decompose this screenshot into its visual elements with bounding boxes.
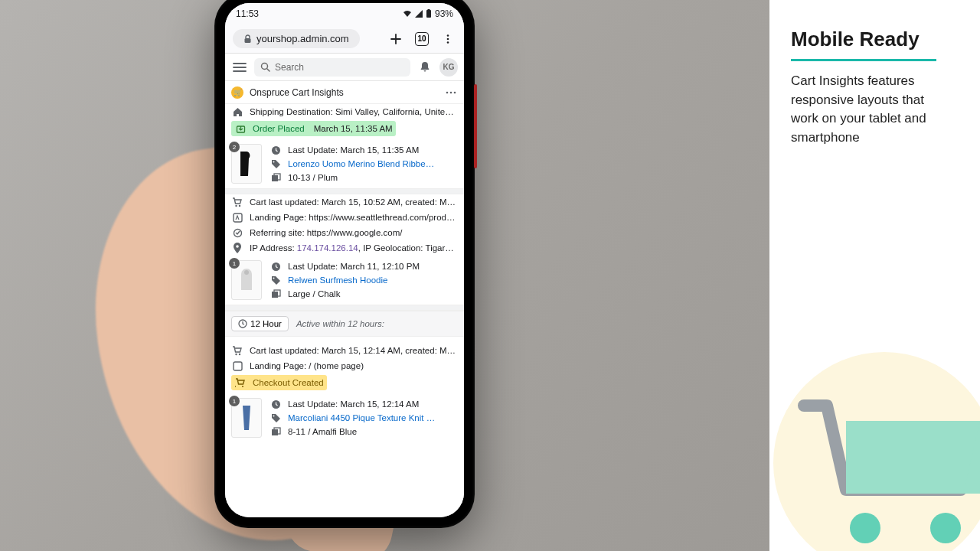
shipping-row: Shipping Destination: Simi Valley, Calif… — [225, 104, 464, 119]
svg-point-36 — [850, 513, 880, 543]
product-link[interactable]: Relwen Surfmesh Hoodie — [288, 276, 458, 285]
cart-icon — [231, 344, 243, 357]
more-vert-icon — [443, 34, 453, 44]
svg-point-19 — [236, 245, 239, 248]
product-row: 1 Last Update: March 11, 12:10 PM Relwen… — [225, 256, 464, 305]
battery-percent: 93% — [435, 8, 453, 19]
hamburger-icon — [233, 62, 247, 73]
quantity-badge: 1 — [229, 258, 240, 269]
product-thumbnail[interactable]: 1 — [231, 398, 262, 438]
order-placed-icon — [234, 122, 247, 135]
accent-underline — [791, 59, 936, 61]
svg-point-22 — [273, 277, 274, 279]
marketing-panel: Mobile Ready Cart Insights features resp… — [769, 0, 980, 551]
browser-menu-button[interactable] — [439, 31, 456, 47]
referrer-icon — [231, 227, 243, 239]
quantity-badge: 1 — [229, 396, 240, 406]
svg-point-3 — [447, 34, 449, 37]
cart-illustration — [773, 352, 980, 551]
battery-icon — [426, 9, 432, 18]
tag-icon — [270, 412, 282, 424]
product-thumbnail[interactable]: 2 — [231, 144, 262, 184]
url-text: yourshop.admin.com — [256, 33, 349, 44]
checkout-created-badge: Checkout Created — [231, 375, 327, 390]
svg-point-8 — [450, 91, 452, 93]
cart-icon — [231, 196, 243, 208]
tag-icon — [270, 274, 282, 286]
svg-rect-23 — [272, 292, 278, 298]
more-horiz-icon — [446, 91, 456, 94]
product-link[interactable]: Lorenzo Uomo Merino Blend Ribbe… — [288, 159, 458, 168]
search-input[interactable]: Search — [254, 58, 410, 77]
address-bar[interactable]: yourshop.admin.com — [233, 29, 360, 48]
user-avatar[interactable]: KG — [439, 58, 458, 77]
search-placeholder: Search — [275, 62, 304, 73]
svg-rect-1 — [427, 9, 430, 11]
svg-rect-2 — [245, 38, 251, 43]
divider — [225, 188, 464, 194]
order-placed-time: March 15, 11:35 AM — [314, 124, 393, 133]
phone-frame: 11:53 93% yourshop.admin.com — [214, 0, 475, 528]
checkout-icon — [234, 377, 247, 389]
app-top-bar: Search KG — [225, 54, 464, 81]
variant-icon — [270, 171, 282, 184]
divider — [225, 305, 464, 311]
wifi-icon — [403, 10, 412, 18]
svg-point-32 — [273, 415, 274, 416]
new-tab-button[interactable] — [387, 31, 404, 47]
status-time: 11:53 — [236, 8, 259, 19]
notifications-button[interactable] — [416, 59, 433, 76]
svg-point-30 — [242, 386, 243, 387]
ip-link[interactable]: 174.174.126.14 — [297, 243, 358, 253]
app-title: Onspruce Cart Insights — [250, 87, 438, 98]
product-row: 1 Last Update: March 15, 12:14 AM Marcol… — [225, 393, 464, 442]
svg-rect-28 — [234, 362, 242, 370]
svg-point-29 — [235, 386, 236, 387]
svg-point-15 — [235, 204, 237, 206]
svg-point-6 — [262, 64, 268, 70]
variant-icon — [270, 288, 282, 300]
time-filter-bar: 12 Hour Active within 12 hours: — [225, 311, 464, 337]
checkout-created-label: Checkout Created — [253, 378, 324, 387]
clock-icon — [270, 144, 282, 156]
location-icon — [231, 242, 243, 254]
svg-point-27 — [239, 353, 240, 354]
phone-screen: 11:53 93% yourshop.admin.com — [225, 3, 464, 517]
tab-switcher-button[interactable]: 10 — [413, 31, 430, 47]
svg-point-26 — [235, 353, 237, 354]
tag-icon — [270, 158, 282, 170]
cart-list: Shipping Destination: Simi Valley, Calif… — [225, 104, 464, 517]
variant-icon — [270, 425, 282, 438]
signal-icon — [415, 10, 423, 18]
marketing-title: Mobile Ready — [791, 28, 952, 51]
svg-point-20 — [244, 270, 249, 275]
product-link[interactable]: Marcoliani 4450 Pique Texture Knit … — [288, 413, 458, 422]
promo-photo-area: 11:53 93% yourshop.admin.com — [0, 0, 769, 551]
svg-rect-13 — [272, 175, 278, 181]
clock-outline-icon — [238, 319, 247, 328]
filter-label: Active within 12 hours: — [296, 319, 384, 328]
svg-rect-33 — [272, 429, 278, 435]
svg-point-5 — [447, 41, 449, 44]
product-thumbnail[interactable]: 1 — [231, 260, 262, 300]
svg-point-7 — [446, 91, 449, 93]
svg-point-16 — [239, 204, 240, 206]
svg-rect-0 — [426, 10, 431, 18]
marketing-body: Cart Insights features responsive layout… — [791, 72, 952, 148]
app-menu-button[interactable] — [444, 84, 458, 101]
svg-point-12 — [273, 161, 274, 162]
clock-icon — [270, 398, 282, 410]
tab-count: 10 — [415, 32, 429, 46]
browser-toolbar: yourshop.admin.com 10 — [225, 24, 464, 54]
menu-button[interactable] — [231, 59, 248, 76]
app-title-row: 🛒 Onspruce Cart Insights — [225, 81, 464, 104]
time-filter-chip[interactable]: 12 Hour — [231, 316, 289, 331]
lock-icon — [243, 34, 252, 44]
status-bar: 11:53 93% — [225, 3, 464, 24]
quantity-badge: 2 — [229, 142, 240, 152]
product-row: 2 Last Update: March 15, 11:35 AM Lorenz… — [225, 139, 464, 188]
landing-icon — [231, 211, 243, 223]
home-icon — [231, 106, 243, 118]
svg-point-37 — [930, 513, 961, 543]
order-placed-label[interactable]: Order Placed — [253, 124, 305, 133]
